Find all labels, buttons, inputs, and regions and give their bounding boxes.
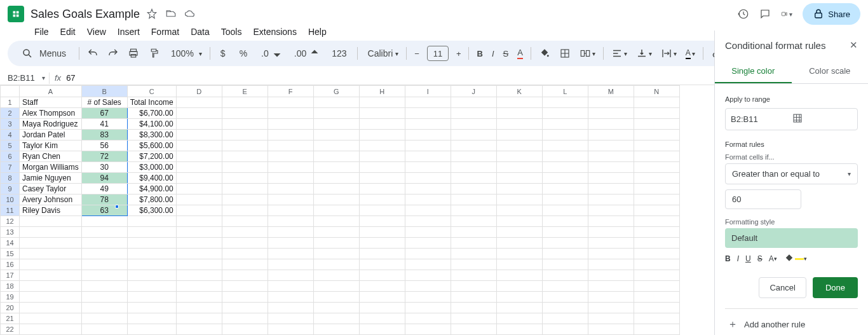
cell[interactable] [268, 259, 313, 270]
cell[interactable] [451, 195, 496, 205]
cell[interactable] [222, 281, 268, 292]
cell[interactable] [542, 313, 588, 324]
cell[interactable] [127, 313, 176, 324]
cell[interactable] [634, 119, 679, 130]
cell[interactable] [268, 238, 313, 249]
col-header-K[interactable]: K [496, 86, 542, 97]
cell[interactable] [176, 162, 222, 173]
cell[interactable] [268, 151, 313, 162]
cell[interactable] [176, 281, 222, 292]
cell[interactable] [127, 324, 176, 335]
cell[interactable] [542, 249, 588, 259]
cell[interactable] [542, 140, 588, 151]
cell[interactable] [496, 238, 542, 249]
cell[interactable] [588, 140, 634, 151]
cell[interactable] [451, 259, 496, 270]
col-header-A[interactable]: A [20, 86, 82, 97]
menu-data[interactable]: Data [186, 25, 215, 37]
cell[interactable] [634, 130, 679, 140]
cell[interactable] [405, 205, 451, 216]
cell[interactable] [588, 227, 634, 238]
cell[interactable] [405, 270, 451, 281]
cell[interactable] [496, 173, 542, 184]
cell[interactable] [176, 97, 222, 108]
cell[interactable] [359, 195, 405, 205]
cell[interactable] [268, 324, 313, 335]
cell[interactable] [313, 130, 359, 140]
cell[interactable] [542, 130, 588, 140]
cell[interactable] [496, 119, 542, 130]
cell[interactable] [588, 281, 634, 292]
cell[interactable]: 83 [81, 130, 127, 140]
cell[interactable] [268, 313, 313, 324]
cell[interactable] [81, 313, 127, 324]
cell[interactable] [405, 173, 451, 184]
cell[interactable] [81, 292, 127, 303]
cell[interactable] [20, 216, 82, 227]
cell[interactable] [405, 313, 451, 324]
cell[interactable]: 30 [81, 162, 127, 173]
cell[interactable] [405, 281, 451, 292]
number-format-button[interactable]: 123 [325, 44, 353, 62]
cell[interactable] [496, 281, 542, 292]
cell[interactable] [542, 205, 588, 216]
cell[interactable] [496, 227, 542, 238]
cell[interactable] [451, 173, 496, 184]
range-input[interactable]: B2:B11 [725, 108, 858, 130]
style-fill-color[interactable]: ▾ [783, 253, 807, 264]
cell[interactable] [81, 281, 127, 292]
col-header-L[interactable]: L [542, 86, 588, 97]
cell[interactable] [222, 313, 268, 324]
cell[interactable] [176, 140, 222, 151]
name-box[interactable]: B2:B11 [5, 73, 42, 83]
cell[interactable] [588, 108, 634, 119]
cell[interactable] [222, 119, 268, 130]
selection-handle[interactable] [115, 205, 119, 209]
cell[interactable] [451, 227, 496, 238]
cell[interactable]: 72 [81, 151, 127, 162]
font-dropdown[interactable]: Calibri▾ [362, 44, 403, 62]
formula-value[interactable]: 67 [66, 73, 75, 83]
cell[interactable] [176, 119, 222, 130]
menu-view[interactable]: View [82, 25, 111, 37]
cell[interactable] [222, 151, 268, 162]
cell[interactable] [313, 119, 359, 130]
cell[interactable] [496, 303, 542, 313]
cell[interactable] [634, 216, 679, 227]
cell[interactable] [496, 97, 542, 108]
cell[interactable]: $7,800.00 [127, 195, 176, 205]
cell[interactable] [127, 281, 176, 292]
cell[interactable]: Staff [20, 97, 82, 108]
comment-icon[interactable] [759, 8, 771, 20]
cell[interactable]: Avery Johnson [20, 195, 82, 205]
cell[interactable] [405, 97, 451, 108]
cell[interactable] [634, 184, 679, 195]
cell[interactable] [588, 324, 634, 335]
cell[interactable] [222, 97, 268, 108]
tab-single-color[interactable]: Single color [715, 60, 792, 83]
strike-button[interactable]: S [499, 45, 513, 62]
cell[interactable] [542, 324, 588, 335]
cell[interactable] [496, 270, 542, 281]
cell[interactable]: Maya Rodriguez [20, 119, 82, 130]
cell[interactable] [542, 195, 588, 205]
cell[interactable] [542, 151, 588, 162]
cell[interactable] [127, 292, 176, 303]
cell[interactable] [268, 249, 313, 259]
cell[interactable] [20, 292, 82, 303]
condition-dropdown[interactable]: Greater than or equal to ▾ [725, 163, 858, 184]
cell[interactable]: $4,900.00 [127, 184, 176, 195]
cell[interactable] [268, 119, 313, 130]
cell[interactable] [496, 195, 542, 205]
cell[interactable] [313, 140, 359, 151]
cell[interactable] [176, 216, 222, 227]
cell[interactable] [405, 238, 451, 249]
row-header[interactable]: 1 [1, 97, 20, 108]
cell[interactable] [313, 216, 359, 227]
cell[interactable] [127, 227, 176, 238]
name-box-dropdown[interactable]: ▾ [42, 74, 45, 81]
cell[interactable] [451, 108, 496, 119]
col-header-M[interactable]: M [588, 86, 634, 97]
cell[interactable] [359, 108, 405, 119]
valign-button[interactable]: ▾ [632, 44, 656, 63]
